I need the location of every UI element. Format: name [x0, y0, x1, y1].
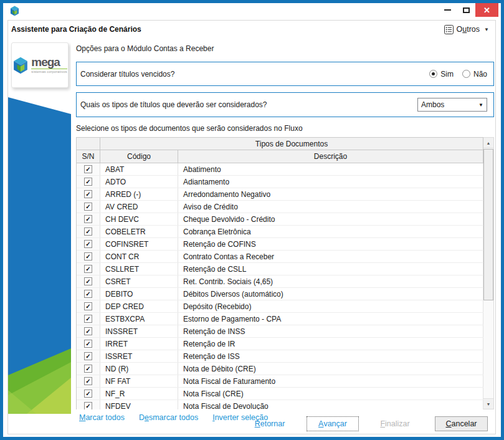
cell-descricao: Nota de Débito (CRE): [178, 363, 483, 375]
table-row[interactable]: ✓ESTBXCPAEstorno de Pagamento - CPA: [77, 313, 483, 325]
list-icon: [444, 25, 454, 34]
cell-descricao: Ret. Contrib. Sociais (4,65): [178, 275, 483, 287]
scroll-up-button[interactable]: ▲: [483, 138, 493, 148]
table-row[interactable]: ✓CONT CRContrato Contas a Receber: [77, 251, 483, 263]
cell-sn: ✓: [77, 288, 100, 300]
radio-icon[interactable]: [462, 70, 470, 78]
cell-sn: ✓: [77, 300, 100, 312]
radio-icon[interactable]: [429, 70, 437, 78]
cell-codigo: ARRED (-): [100, 188, 178, 200]
cell-descricao: Retenção de IR: [178, 338, 483, 350]
table-row[interactable]: ✓INSSRETRetenção de INSS: [77, 325, 483, 338]
cell-descricao: Adiantamento: [178, 176, 483, 188]
outros-label: Outros: [457, 25, 480, 34]
cell-sn: ✓: [77, 201, 100, 213]
cell-codigo: NFDEV: [100, 400, 178, 409]
close-button[interactable]: ✕: [475, 3, 498, 17]
inverter-selecao-link[interactable]: Inverter seleção: [212, 413, 268, 422]
tipos-titulos-select[interactable]: Ambos ▼: [417, 98, 487, 112]
cell-descricao: Estorno de Pagamento - CPA: [178, 313, 483, 325]
table-row[interactable]: ✓CH DEVCCheque Devolvido - Crédito: [77, 213, 483, 226]
cell-codigo: ADTO: [100, 176, 178, 188]
scroll-down-button[interactable]: ▼: [483, 398, 493, 409]
outros-button[interactable]: Outros ▼: [442, 24, 491, 36]
row-checkbox[interactable]: ✓: [84, 240, 92, 248]
cell-codigo: NF FAT: [100, 375, 178, 387]
radio-option-sim[interactable]: Sim: [429, 70, 454, 79]
cell-sn: ✓: [77, 350, 100, 362]
cell-descricao: Nota Fiscal de Devolução: [178, 400, 483, 409]
cell-codigo: COFINSRET: [100, 238, 178, 250]
column-header-codigo[interactable]: Código: [100, 150, 178, 163]
table-row[interactable]: ✓COFINSRETRetenção de COFINS: [77, 238, 483, 251]
table-column-header-row: S/N Código Descrição: [77, 150, 483, 163]
cell-codigo: INSSRET: [100, 325, 178, 337]
table-row[interactable]: ✓AV CREDAviso de Crédito: [77, 201, 483, 213]
row-checkbox[interactable]: ✓: [84, 377, 92, 385]
row-checkbox[interactable]: ✓: [84, 290, 92, 298]
cell-descricao: Depósito (Recebido): [178, 300, 483, 312]
scroll-up-icon: ▲: [487, 141, 491, 145]
table-row[interactable]: ✓NF FATNota Fiscal de Faturamento: [77, 375, 483, 388]
table-row[interactable]: ✓COBELETRCobrança Eletrônica: [77, 226, 483, 238]
table-label: Selecione os tipos de documentos que ser…: [76, 124, 494, 133]
row-checkbox[interactable]: ✓: [84, 327, 92, 335]
cell-descricao: Contrato Contas a Receber: [178, 251, 483, 262]
question-tipos-titulos: Quais os tipos de títulos que deverão se…: [76, 92, 494, 117]
table-row[interactable]: ✓ADTOAdiantamento: [77, 176, 483, 188]
row-checkbox[interactable]: ✓: [84, 277, 92, 285]
row-checkbox[interactable]: ✓: [84, 252, 92, 261]
column-header-descricao[interactable]: Descrição: [178, 150, 483, 163]
radio-option-não[interactable]: Não: [462, 70, 487, 79]
cell-descricao: Retenção de INSS: [178, 325, 483, 337]
row-checkbox[interactable]: ✓: [84, 302, 92, 310]
row-checkbox[interactable]: ✓: [84, 215, 92, 223]
row-checkbox[interactable]: ✓: [84, 203, 92, 211]
cell-descricao: Retenção de CSLL: [178, 263, 483, 275]
row-checkbox[interactable]: ✓: [84, 227, 92, 236]
row-checkbox[interactable]: ✓: [84, 340, 92, 348]
table-row[interactable]: ✓ARRED (-)Arredondamento Negativo: [77, 188, 483, 201]
row-checkbox[interactable]: ✓: [84, 390, 92, 398]
table-row[interactable]: ✓NF_RNota Fiscal (CRE): [77, 388, 483, 400]
cell-codigo: ESTBXCPA: [100, 313, 178, 325]
cell-sn: ✓: [77, 226, 100, 237]
row-checkbox[interactable]: ✓: [84, 178, 92, 186]
table-row[interactable]: ✓DEP CREDDepósito (Recebido): [77, 300, 483, 313]
table-row[interactable]: ✓NFDEVNota Fiscal de Devolução: [77, 400, 483, 409]
row-checkbox[interactable]: ✓: [84, 365, 92, 373]
cell-descricao: Retenção de COFINS: [178, 238, 483, 250]
row-checkbox[interactable]: ✓: [84, 265, 92, 273]
column-header-sn[interactable]: S/N: [77, 150, 100, 163]
cell-codigo: CSLLRET: [100, 263, 178, 275]
minimize-button[interactable]: [438, 3, 457, 17]
scrollbar-thumb[interactable]: [483, 149, 493, 300]
marcar-todos-link[interactable]: Marcar todos: [79, 413, 125, 422]
row-checkbox[interactable]: ✓: [84, 165, 92, 173]
row-checkbox[interactable]: ✓: [84, 315, 92, 323]
radio-label: Não: [473, 70, 487, 79]
maximize-button[interactable]: [457, 3, 475, 17]
mega-cube-icon: [12, 57, 29, 74]
row-checkbox[interactable]: ✓: [84, 352, 92, 360]
row-checkbox[interactable]: ✓: [84, 402, 92, 409]
table-row[interactable]: ✓ABATAbatimento: [77, 163, 483, 176]
cell-codigo: ISSRET: [100, 350, 178, 362]
desmarcar-todos-link[interactable]: Desmarcar todos: [139, 413, 198, 422]
wizard-header: Assistente para Criação de Cenários Outr…: [8, 21, 495, 38]
vertical-scrollbar[interactable]: ▲ ▼: [483, 137, 494, 409]
table-row[interactable]: ✓IRRETRetenção de IR: [77, 338, 483, 350]
cell-codigo: DEBITO: [100, 288, 178, 300]
app-logo-icon: [10, 6, 19, 16]
cell-sn: ✓: [77, 176, 100, 188]
chevron-down-icon: ▼: [484, 27, 489, 32]
table-row[interactable]: ✓ISSRETRetenção de ISS: [77, 350, 483, 363]
row-checkbox[interactable]: ✓: [84, 190, 92, 198]
table-row[interactable]: ✓CSRETRet. Contrib. Sociais (4,65): [77, 275, 483, 288]
cell-sn: ✓: [77, 325, 100, 337]
cell-codigo: CONT CR: [100, 251, 178, 262]
table-row[interactable]: ✓ND (R)Nota de Débito (CRE): [77, 363, 483, 375]
table-row[interactable]: ✓DEBITODébitos Diversos (automático): [77, 288, 483, 300]
cell-sn: ✓: [77, 388, 100, 399]
table-row[interactable]: ✓CSLLRETRetenção de CSLL: [77, 263, 483, 275]
